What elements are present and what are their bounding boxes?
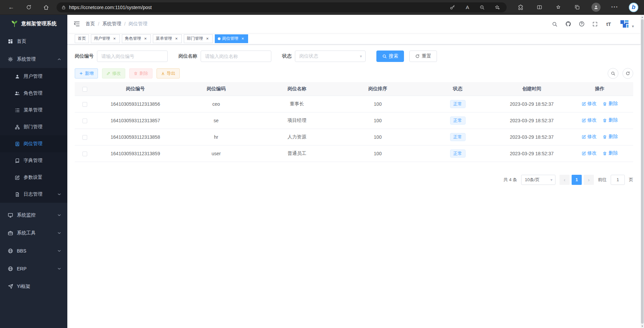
- browser-profile-avatar[interactable]: [590, 2, 602, 13]
- goto-page-input[interactable]: [611, 175, 625, 185]
- tab-close-icon[interactable]: ×: [174, 36, 179, 41]
- table-row[interactable]: 1641030593112313858 hr 人力资源 100 正常 2023-…: [75, 129, 633, 145]
- zoom-out-icon[interactable]: [478, 3, 486, 12]
- table-toolbar: 新增 修改 删除 导出: [75, 68, 633, 79]
- status-select[interactable]: 岗位状态 ▾: [295, 51, 366, 62]
- sidebar-item-erp[interactable]: ERP: [0, 260, 67, 277]
- column-create-time: 创建时间: [497, 82, 566, 96]
- extensions-icon[interactable]: [515, 2, 526, 13]
- row-delete-button[interactable]: 删除: [603, 134, 618, 140]
- row-delete-button[interactable]: 删除: [603, 150, 618, 156]
- browser-home-button[interactable]: [40, 1, 53, 13]
- tab-menu-mgmt[interactable]: 菜单管理 ×: [153, 34, 182, 43]
- copilot-bing-icon[interactable]: b: [628, 2, 639, 13]
- tab-user-mgmt[interactable]: 用户管理 ×: [91, 34, 120, 43]
- header-search-icon[interactable]: [549, 18, 561, 30]
- tab-close-icon[interactable]: ×: [143, 36, 148, 41]
- split-screen-icon[interactable]: [534, 2, 545, 13]
- sidebar-item-log-mgmt[interactable]: 日志管理: [0, 186, 67, 203]
- page-scrollbar[interactable]: ▲ ▼: [641, 15, 644, 328]
- sidebar-item-label: 部门管理: [24, 124, 42, 130]
- address-bar[interactable]: https://ccnetcore.com:1101/system/post A: [57, 2, 507, 12]
- tab-role-mgmt[interactable]: 角色管理 ×: [122, 34, 151, 43]
- tab-close-icon[interactable]: ×: [112, 36, 117, 41]
- browser-refresh-button[interactable]: [22, 1, 35, 13]
- sidebar-item-yi-framework[interactable]: Yi框架: [0, 277, 67, 295]
- sidebar-item-post-mgmt[interactable]: 岗位管理: [0, 135, 67, 152]
- reset-button[interactable]: 重置: [409, 51, 437, 62]
- row-delete-button[interactable]: 删除: [603, 101, 618, 107]
- prev-page-button[interactable]: ‹: [560, 175, 570, 185]
- user-avatar-logo[interactable]: [619, 19, 630, 29]
- delete-button[interactable]: 删除: [129, 68, 152, 78]
- row-edit-button[interactable]: 修改: [582, 134, 597, 140]
- browser-back-button[interactable]: ←: [5, 1, 18, 13]
- table-row[interactable]: 1641030593112313859 user 普通员工 100 正常 202…: [75, 145, 633, 162]
- page-number-1[interactable]: 1: [572, 175, 582, 185]
- row-edit-button[interactable]: 修改: [582, 101, 597, 107]
- sidebar-item-user-mgmt[interactable]: 用户管理: [0, 68, 67, 85]
- help-question-icon[interactable]: [576, 18, 587, 30]
- password-key-icon[interactable]: [448, 3, 457, 12]
- row-checkbox[interactable]: [82, 102, 87, 107]
- post-name-label: 岗位名称: [178, 53, 197, 59]
- sidebar-item-bbs[interactable]: BBS: [0, 242, 67, 260]
- edit-link-label: 修改: [587, 150, 597, 156]
- sidebar-item-home[interactable]: 首页: [0, 32, 67, 50]
- tab-home[interactable]: 首页: [75, 34, 89, 43]
- main-area: 首页 / 系统管理 / 岗位管理: [67, 15, 641, 328]
- row-checkbox[interactable]: [82, 135, 87, 140]
- font-size-icon[interactable]: tT: [603, 18, 614, 30]
- refresh-table-button[interactable]: [622, 68, 633, 79]
- select-all-checkbox[interactable]: [82, 87, 87, 92]
- sidebar-item-system-monitor[interactable]: 系统监控: [0, 206, 67, 224]
- row-checkbox[interactable]: [82, 152, 87, 156]
- sidebar-item-param-settings[interactable]: 参数设置: [0, 169, 67, 186]
- page-size-select[interactable]: 10条/页 ▾: [521, 175, 555, 185]
- github-icon[interactable]: [563, 18, 574, 30]
- app-logo[interactable]: 意框架管理系统: [0, 15, 67, 32]
- sidebar-item-system[interactable]: 系统管理: [0, 50, 67, 68]
- add-button[interactable]: 新增: [75, 68, 98, 78]
- row-edit-button[interactable]: 修改: [582, 150, 597, 156]
- pager-buttons: ‹ 1 ›: [560, 175, 594, 185]
- table-row[interactable]: 1641030593112313856 ceo 董事长 100 正常 2023-…: [75, 96, 633, 112]
- post-code-input[interactable]: [97, 51, 168, 62]
- tab-dept-mgmt[interactable]: 部门管理 ×: [184, 34, 213, 43]
- favorites-icon[interactable]: [552, 2, 564, 13]
- url-text[interactable]: https://ccnetcore.com:1101/system/post: [69, 5, 448, 10]
- sidebar-item-system-tools[interactable]: 系统工具: [0, 224, 67, 242]
- sidebar-collapse-icon[interactable]: [73, 21, 80, 27]
- next-page-button[interactable]: ›: [584, 175, 594, 185]
- fullscreen-icon[interactable]: [589, 18, 601, 30]
- breadcrumb-home[interactable]: 首页: [86, 21, 95, 27]
- user-menu-caret-icon[interactable]: ▾: [632, 24, 634, 29]
- search-icon: [382, 54, 387, 59]
- read-aloud-icon[interactable]: A: [463, 3, 472, 12]
- sidebar-item-dept-mgmt[interactable]: 部门管理: [0, 119, 67, 135]
- row-checkbox[interactable]: [82, 119, 87, 123]
- tab-close-icon[interactable]: ×: [205, 36, 210, 41]
- search-button[interactable]: 搜索: [376, 51, 404, 62]
- scrollbar-up-arrow-icon[interactable]: ▲: [641, 15, 644, 19]
- table-row[interactable]: 1641030593112313857 se 项目经理 100 正常 2023-…: [75, 112, 633, 129]
- row-edit-button[interactable]: 修改: [582, 117, 597, 123]
- browser-settings-menu-icon[interactable]: ···: [609, 2, 620, 13]
- post-name-input[interactable]: [201, 51, 271, 62]
- add-favorite-star-icon[interactable]: [493, 3, 501, 12]
- column-status: 状态: [418, 82, 497, 96]
- scrollbar-thumb[interactable]: [641, 19, 644, 324]
- breadcrumb-section[interactable]: 系统管理: [102, 21, 121, 27]
- row-delete-button[interactable]: 删除: [603, 117, 618, 123]
- sidebar-item-role-mgmt[interactable]: 角色管理: [0, 85, 67, 102]
- sidebar-item-menu-mgmt[interactable]: 菜单管理: [0, 102, 67, 119]
- toggle-search-button[interactable]: [608, 68, 618, 79]
- tab-post-mgmt[interactable]: 岗位管理 ×: [215, 34, 248, 43]
- tab-close-icon[interactable]: ×: [240, 36, 245, 41]
- scrollbar-down-arrow-icon[interactable]: ▼: [641, 324, 644, 328]
- collections-icon[interactable]: [571, 2, 583, 13]
- export-button[interactable]: 导出: [157, 68, 180, 78]
- site-info-lock-icon[interactable]: [61, 5, 66, 10]
- sidebar-item-dict-mgmt[interactable]: 字典管理: [0, 152, 67, 169]
- edit-button[interactable]: 修改: [102, 68, 125, 78]
